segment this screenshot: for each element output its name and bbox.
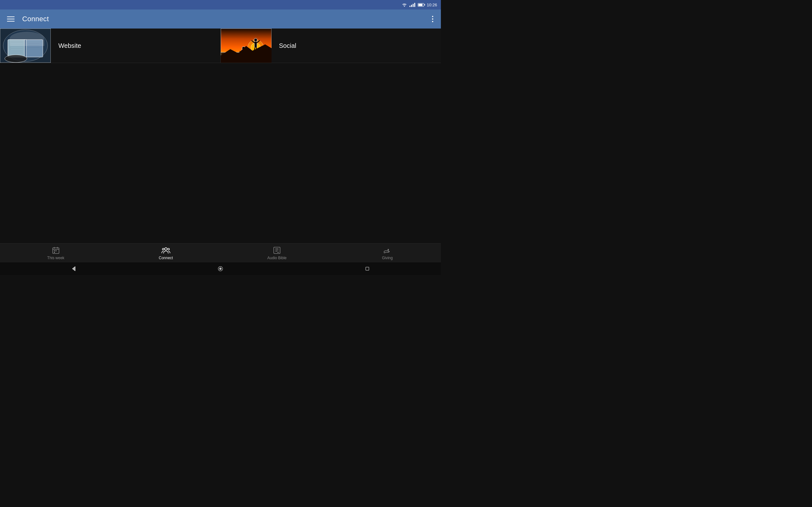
status-time: 10:26 — [426, 3, 437, 7]
svg-point-44 — [219, 268, 221, 270]
svg-point-36 — [162, 248, 164, 250]
cards-row: Website — [0, 29, 441, 63]
svg-rect-34 — [54, 252, 55, 253]
battery-icon — [418, 3, 424, 7]
signal-icon — [409, 3, 415, 7]
back-button[interactable] — [67, 262, 80, 275]
svg-point-12 — [5, 55, 27, 62]
svg-rect-38 — [274, 247, 280, 253]
website-card-image — [0, 29, 51, 63]
website-card-label: Website — [51, 42, 81, 49]
social-card[interactable]: Social — [221, 29, 441, 63]
bottom-nav: This week Connect — [0, 243, 441, 262]
svg-rect-32 — [54, 250, 55, 251]
svg-marker-42 — [72, 267, 75, 271]
bible-illustration — [0, 29, 51, 63]
app-bar: 10:26 Connect — [0, 0, 441, 29]
system-nav-bar — [0, 262, 441, 275]
social-illustration — [221, 29, 271, 63]
bible-image — [0, 29, 51, 63]
svg-point-18 — [254, 38, 257, 42]
nav-item-this-week[interactable]: This week — [41, 245, 71, 262]
svg-rect-3 — [8, 40, 26, 57]
this-week-label: This week — [47, 256, 64, 260]
audio-bible-label: Audio Bible — [267, 256, 287, 260]
giving-label: Giving — [382, 256, 393, 260]
svg-rect-11 — [24, 40, 26, 57]
svg-rect-33 — [55, 250, 56, 251]
nav-item-giving[interactable]: Giving — [374, 245, 400, 262]
connect-icon — [161, 246, 170, 255]
audio-bible-icon — [272, 246, 281, 255]
this-week-icon — [51, 246, 60, 255]
social-card-image — [221, 29, 271, 63]
home-button[interactable] — [214, 262, 227, 275]
more-options-button[interactable] — [429, 13, 436, 25]
connect-label: Connect — [159, 256, 173, 260]
app-bar-title: Connect — [22, 15, 49, 23]
svg-point-35 — [165, 248, 167, 250]
svg-rect-45 — [366, 267, 369, 270]
social-card-label: Social — [271, 42, 296, 49]
content-area: Website — [0, 29, 441, 243]
recent-button[interactable] — [361, 262, 374, 275]
app-bar-left: Connect — [5, 14, 49, 23]
svg-point-37 — [167, 248, 169, 250]
nav-item-connect[interactable]: Connect — [152, 245, 179, 262]
hamburger-menu-button[interactable] — [5, 14, 16, 23]
website-card[interactable]: Website — [0, 29, 221, 63]
wifi-icon — [402, 3, 407, 7]
status-bar: 10:26 — [0, 0, 441, 9]
giving-icon — [383, 246, 392, 255]
nav-item-audio-bible[interactable]: Audio Bible — [261, 245, 293, 262]
